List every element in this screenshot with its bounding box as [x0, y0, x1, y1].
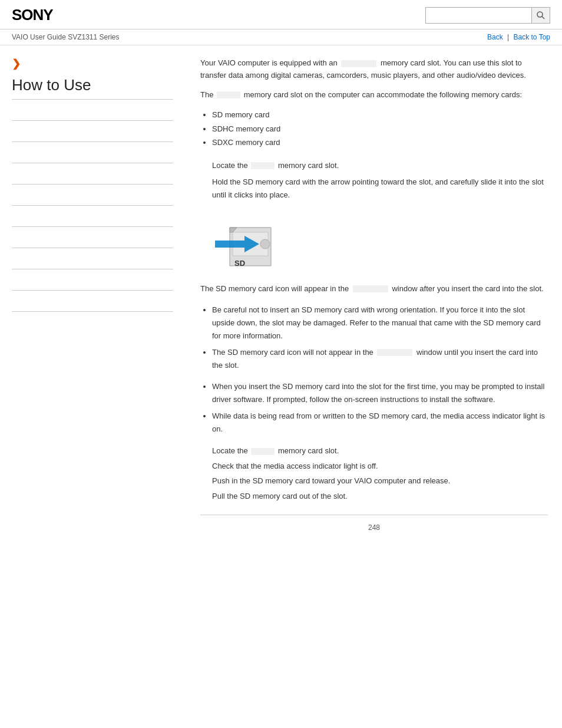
sidebar-line	[12, 100, 173, 121]
remove-step-4: Pull the SD memory card out of the slot.	[212, 489, 548, 503]
note-item: Be careful not to insert an SD memory ca…	[212, 304, 548, 342]
remove-step-2: Check that the media access indicator li…	[212, 459, 548, 473]
remove-step-3: Push in the SD memory card toward your V…	[212, 474, 548, 487]
nav-links: Back | Back to Top	[487, 33, 550, 41]
list-item: SD memory card	[212, 108, 548, 121]
sd-card-illustration: SD	[212, 210, 289, 275]
svg-point-6	[260, 239, 270, 249]
blank-slot1	[341, 60, 376, 67]
search-area	[425, 7, 550, 24]
page-footer: 248	[200, 515, 548, 543]
main-content: Your VAIO computer is equipped with an m…	[183, 45, 562, 555]
sidebar-line	[12, 121, 173, 142]
step-hold: Hold the SD memory card with the arrow p…	[212, 176, 548, 202]
svg-point-0	[537, 12, 543, 17]
after-insert-text: The SD memory card icon will appear in t…	[200, 283, 548, 295]
sidebar-line	[12, 291, 173, 312]
blank-slot3	[251, 162, 275, 169]
sidebar: ❯ How to Use	[0, 45, 183, 555]
hint-list: When you insert the SD memory card into …	[212, 380, 548, 436]
sidebar-line	[12, 142, 173, 163]
sd-card-svg: SD	[212, 210, 295, 275]
sidebar-lines	[12, 100, 173, 312]
hint-item: When you insert the SD memory card into …	[212, 380, 548, 406]
sidebar-chevron: ❯	[12, 57, 173, 70]
insert-steps: Locate the memory card slot. Hold the SD…	[200, 159, 548, 202]
intro-paragraph: Your VAIO computer is equipped with an m…	[200, 57, 548, 82]
sony-logo: SONY	[12, 6, 53, 24]
hint-section: When you insert the SD memory card into …	[200, 380, 548, 436]
note-list: Be careful not to insert an SD memory ca…	[212, 304, 548, 372]
sidebar-title: How to Use	[12, 76, 173, 100]
body-layout: ❯ How to Use Your VAIO computer is equip…	[0, 45, 562, 555]
note-section: Be careful not to insert an SD memory ca…	[200, 304, 548, 372]
sidebar-line	[12, 248, 173, 269]
sidebar-line	[12, 163, 173, 185]
sidebar-line	[12, 206, 173, 227]
memory-card-list: SD memory card SDHC memory card SDXC mem…	[212, 108, 548, 149]
remove-steps: Locate the memory card slot. Check that …	[212, 444, 548, 503]
nav-separator: |	[507, 33, 509, 41]
back-to-top-link[interactable]: Back to Top	[514, 33, 550, 41]
search-input[interactable]	[425, 7, 531, 24]
blank-slot5	[377, 349, 412, 356]
blank-slot6	[251, 448, 275, 455]
memory-cards-intro: The memory card slot on the computer can…	[200, 89, 548, 101]
step-locate: Locate the memory card slot.	[212, 159, 548, 172]
blank-slot2	[217, 91, 240, 98]
page-number: 248	[368, 523, 380, 532]
list-item: SDHC memory card	[212, 122, 548, 136]
search-button[interactable]	[531, 7, 550, 24]
back-link[interactable]: Back	[487, 33, 503, 41]
svg-line-1	[542, 17, 544, 19]
blank-slot4	[353, 285, 388, 292]
svg-text:SD: SD	[234, 259, 245, 268]
note-item: The SD memory card icon will not appear …	[212, 346, 548, 372]
list-item: SDXC memory card	[212, 136, 548, 149]
sidebar-line	[12, 269, 173, 291]
guide-title: VAIO User Guide SVZ1311 Series	[12, 33, 120, 41]
nav-bar: VAIO User Guide SVZ1311 Series Back | Ba…	[0, 29, 562, 45]
remove-step-1: Locate the memory card slot.	[212, 444, 548, 457]
sidebar-line	[12, 227, 173, 248]
search-icon	[536, 11, 546, 20]
sidebar-line	[12, 185, 173, 206]
hint-item: While data is being read from or written…	[212, 410, 548, 436]
page-header: SONY	[0, 0, 562, 29]
